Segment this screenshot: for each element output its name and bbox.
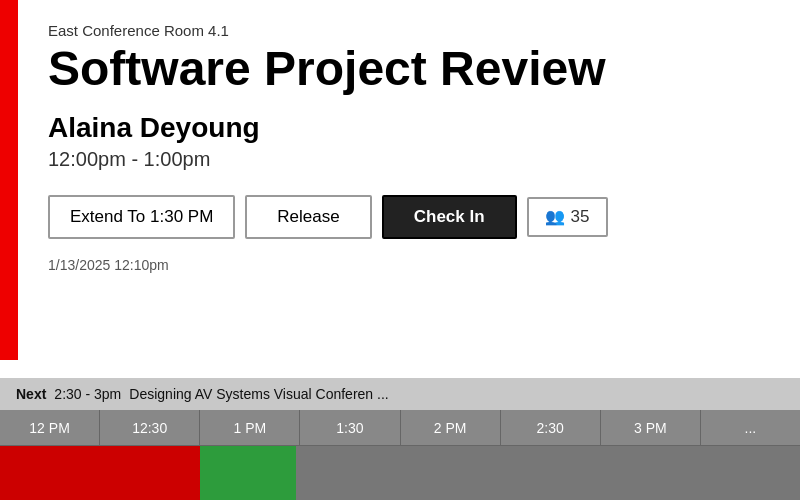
timeline: 12 PM 12:30 1 PM 1:30 2 PM 2:30 3 PM ... — [0, 410, 800, 500]
timeline-labels: 12 PM 12:30 1 PM 1:30 2 PM 2:30 3 PM ... — [0, 410, 800, 446]
next-label: Next — [16, 386, 46, 402]
next-event-bar: Next 2:30 - 3pm Designing AV Systems Vis… — [0, 378, 800, 410]
extend-button[interactable]: Extend To 1:30 PM — [48, 195, 235, 239]
meeting-title: Software Project Review — [48, 43, 770, 96]
release-button[interactable]: Release — [245, 195, 371, 239]
block-red — [0, 446, 200, 500]
timeline-slot-2: 1 PM — [200, 410, 300, 446]
attendee-count: 35 — [571, 207, 590, 227]
block-green — [200, 446, 296, 500]
attendee-icon: 👥 — [545, 207, 565, 226]
timeline-slot-3: 1:30 — [300, 410, 400, 446]
status-bar — [0, 0, 18, 360]
timeline-slot-6: 3 PM — [601, 410, 701, 446]
checkin-button[interactable]: Check In — [382, 195, 517, 239]
organizer-name: Alaina Deyoung — [48, 112, 770, 144]
time-range: 12:00pm - 1:00pm — [48, 148, 770, 171]
timestamp: 1/13/2025 12:10pm — [48, 257, 770, 273]
timeline-slot-7: ... — [701, 410, 800, 446]
timeline-slot-4: 2 PM — [401, 410, 501, 446]
action-buttons: Extend To 1:30 PM Release Check In 👥 35 — [48, 195, 770, 239]
next-event-title: Designing AV Systems Visual Conferen ... — [129, 386, 388, 402]
block-gray — [296, 446, 800, 500]
room-label: East Conference Room 4.1 — [48, 22, 770, 39]
timeline-slot-5: 2:30 — [501, 410, 601, 446]
attendee-badge: 👥 35 — [527, 197, 608, 237]
timeline-slot-1: 12:30 — [100, 410, 200, 446]
next-event-time: 2:30 - 3pm — [54, 386, 121, 402]
timeline-blocks — [0, 446, 800, 500]
timeline-slot-0: 12 PM — [0, 410, 100, 446]
